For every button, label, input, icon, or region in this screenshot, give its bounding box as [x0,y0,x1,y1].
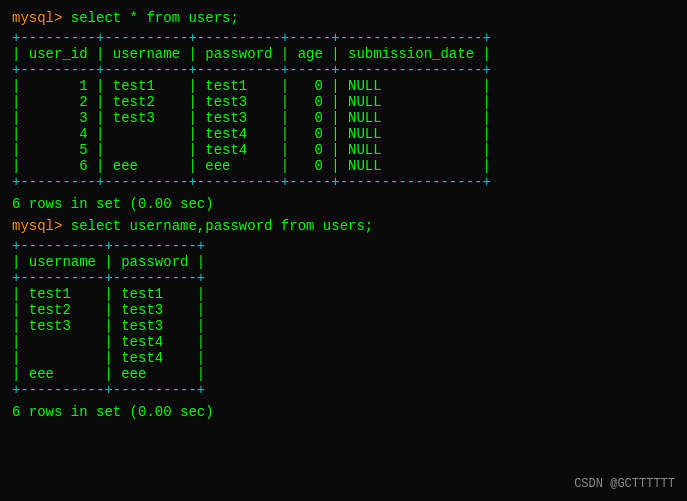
query2-sep-mid: +----------+----------+ [12,270,675,286]
query2-sep-bot: +----------+----------+ [12,382,675,398]
query2-row-2: | test2 | test3 | [12,302,675,318]
query2-result: 6 rows in set (0.00 sec) [12,404,675,420]
prompt-symbol-2: mysql> [12,218,71,234]
query1-row-4: | 4 | | test4 | 0 | NULL | [12,126,675,142]
query1-sep-bot: +---------+----------+----------+-----+-… [12,174,675,190]
query1-row-1: | 1 | test1 | test1 | 0 | NULL | [12,78,675,94]
query2-row-3: | test3 | test3 | [12,318,675,334]
terminal-window: mysql> select * from users; +---------+-… [12,10,675,420]
query2-prompt: mysql> select username,password from use… [12,218,675,234]
query1-command: select * from users; [71,10,239,26]
query2-header: | username | password | [12,254,675,270]
query2-row-1: | test1 | test1 | [12,286,675,302]
prompt-symbol: mysql> [12,10,71,26]
query1-sep-mid: +---------+----------+----------+-----+-… [12,62,675,78]
query1-header: | user_id | username | password | age | … [12,46,675,62]
query2-sep-top: +----------+----------+ [12,238,675,254]
query2-row-5: | | test4 | [12,350,675,366]
query2-row-4: | | test4 | [12,334,675,350]
query1-row-3: | 3 | test3 | test3 | 0 | NULL | [12,110,675,126]
query1-sep-top: +---------+----------+----------+-----+-… [12,30,675,46]
query1-prompt: mysql> select * from users; [12,10,675,26]
query1-row-5: | 5 | | test4 | 0 | NULL | [12,142,675,158]
query2-table: +----------+----------+ | username | pas… [12,238,675,398]
query1-result: 6 rows in set (0.00 sec) [12,196,675,212]
watermark: CSDN @GCTTTTTT [574,477,675,491]
query2-command: select username,password from users; [71,218,373,234]
query1-table: +---------+----------+----------+-----+-… [12,30,675,190]
query1-row-2: | 2 | test2 | test3 | 0 | NULL | [12,94,675,110]
query1-row-6: | 6 | eee | eee | 0 | NULL | [12,158,675,174]
query2-row-6: | eee | eee | [12,366,675,382]
